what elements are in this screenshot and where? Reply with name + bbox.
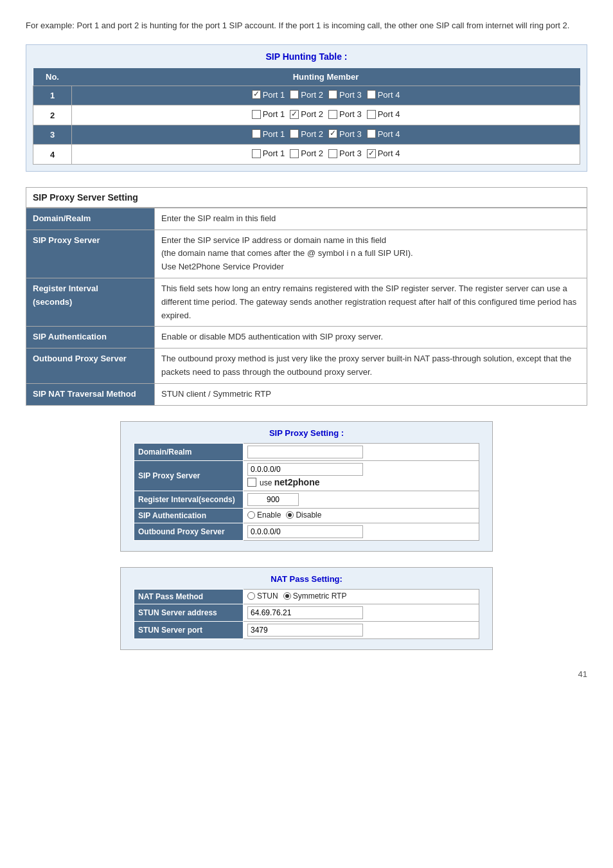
form-value: use net2phone	[244, 460, 479, 491]
form-row: Outbound Proxy Server	[134, 523, 479, 540]
table-row: Outbound Proxy ServerThe outbound proxy …	[26, 348, 587, 384]
description-value: This field sets how long an entry remain…	[155, 278, 587, 326]
table-row: SIP AuthenticationEnable or disable MD5 …	[26, 327, 587, 348]
form-row: Domain/Realm	[134, 443, 479, 460]
port-label: Port 1	[263, 109, 285, 119]
table-row: 1Port 1Port 2Port 3Port 4	[33, 86, 580, 105]
radio-circle[interactable]	[247, 592, 255, 600]
form-label: Outbound Proxy Server	[134, 523, 244, 540]
checkbox-icon[interactable]	[252, 149, 261, 158]
text-input[interactable]	[247, 606, 363, 619]
checkbox-icon[interactable]	[252, 129, 261, 138]
description-value: The outbound proxy method is just very l…	[155, 348, 587, 384]
enable-disable-radio-group: EnableDisable	[247, 511, 321, 520]
port-item[interactable]: Port 4	[367, 129, 400, 139]
radio-label: STUN	[257, 592, 278, 601]
port-label: Port 2	[301, 149, 323, 158]
radio-item-enable[interactable]: Enable	[247, 511, 281, 520]
checkbox-icon[interactable]	[367, 149, 376, 158]
port-item[interactable]: Port 1	[252, 109, 285, 119]
sip-proxy-form-title: SIP Proxy Setting :	[134, 428, 479, 438]
port-label: Port 4	[378, 149, 400, 158]
text-input[interactable]	[247, 446, 363, 458]
radio-circle[interactable]	[286, 511, 294, 519]
sip-proxy-section-header: SIP Proxy Server Setting	[26, 187, 587, 208]
port-label: Port 2	[301, 90, 323, 100]
net2phone-checkbox[interactable]	[247, 478, 256, 487]
sip-proxy-form-container: SIP Proxy Setting : Domain/RealmSIP Prox…	[120, 421, 493, 552]
radio-item-stun[interactable]: STUN	[247, 592, 278, 601]
sip-proxy-server-input[interactable]	[247, 463, 363, 476]
port-label: Port 4	[378, 109, 400, 119]
nat-form-value: STUNSymmetric RTP	[244, 589, 479, 604]
port-item[interactable]: Port 3	[328, 90, 362, 100]
checkbox-icon[interactable]	[367, 110, 376, 119]
form-row: NAT Pass MethodSTUNSymmetric RTP	[134, 589, 479, 604]
text-input[interactable]	[247, 525, 363, 538]
port-item[interactable]: Port 3	[328, 149, 362, 158]
port-item[interactable]: Port 1	[252, 129, 285, 139]
description-label: SIP Proxy Server	[26, 230, 155, 278]
nat-form-value	[244, 604, 479, 621]
checkbox-icon[interactable]	[252, 90, 261, 99]
port-label: Port 1	[263, 149, 285, 158]
table-row: 3Port 1Port 2Port 3Port 4	[33, 125, 580, 145]
checkbox-icon[interactable]	[328, 90, 337, 99]
port-item[interactable]: Port 1	[252, 90, 285, 100]
port-item[interactable]: Port 4	[367, 149, 400, 158]
text-input[interactable]	[247, 624, 363, 637]
table-row: 2Port 1Port 2Port 3Port 4	[33, 105, 580, 125]
nat-pass-form-container: NAT Pass Setting: NAT Pass MethodSTUNSym…	[120, 567, 493, 650]
col-member: Hunting Member	[72, 68, 580, 86]
port-item[interactable]: Port 2	[290, 149, 323, 158]
port-label: Port 3	[339, 109, 362, 119]
port-item[interactable]: Port 4	[367, 109, 400, 119]
radio-circle[interactable]	[283, 592, 291, 600]
port-item[interactable]: Port 3	[328, 109, 362, 119]
checkbox-icon[interactable]	[290, 110, 299, 119]
col-no: No.	[33, 68, 72, 86]
port-item[interactable]: Port 3	[328, 129, 362, 139]
form-row: STUN Server address	[134, 604, 479, 621]
port-item[interactable]: Port 2	[290, 90, 323, 100]
checkbox-icon[interactable]	[367, 129, 376, 138]
checkbox-icon[interactable]	[290, 90, 299, 99]
register-interval-input[interactable]	[247, 493, 299, 506]
radio-item-symmetric-rtp[interactable]: Symmetric RTP	[283, 592, 347, 601]
port-item[interactable]: Port 4	[367, 90, 400, 100]
checkbox-icon[interactable]	[290, 149, 299, 158]
stun-symmetric-radio-group: STUNSymmetric RTP	[247, 592, 346, 601]
radio-circle[interactable]	[247, 511, 255, 519]
port-item[interactable]: Port 2	[290, 129, 323, 139]
nat-pass-form-title: NAT Pass Setting:	[134, 574, 479, 584]
checkbox-icon[interactable]	[328, 129, 337, 138]
form-label: SIP Authentication	[134, 508, 244, 523]
row-ports: Port 1Port 2Port 3Port 4	[72, 125, 580, 145]
row-number: 4	[33, 145, 72, 165]
table-row: 4Port 1Port 2Port 3Port 4	[33, 145, 580, 165]
form-value	[244, 443, 479, 460]
checkbox-icon[interactable]	[328, 110, 337, 119]
nat-form-value	[244, 621, 479, 638]
radio-item-disable[interactable]: Disable	[286, 511, 321, 520]
form-row: Register Interval(seconds)	[134, 491, 479, 508]
page-number: 41	[26, 669, 587, 679]
port-label: Port 1	[263, 90, 285, 100]
form-label: Domain/Realm	[134, 443, 244, 460]
description-value: Enable or disable MD5 authentication wit…	[155, 327, 587, 348]
table-row: Register Interval(seconds)This field set…	[26, 278, 587, 326]
checkbox-icon[interactable]	[328, 149, 337, 158]
port-item[interactable]: Port 1	[252, 149, 285, 158]
radio-label: Enable	[257, 511, 281, 520]
checkbox-icon[interactable]	[290, 129, 299, 138]
form-value	[244, 523, 479, 540]
description-label: Outbound Proxy Server	[26, 348, 155, 384]
checkbox-icon[interactable]	[252, 110, 261, 119]
description-label: SIP Authentication	[26, 327, 155, 348]
row-number: 2	[33, 105, 72, 125]
port-item[interactable]: Port 2	[290, 109, 323, 119]
port-label: Port 3	[339, 149, 362, 158]
form-row: SIP AuthenticationEnableDisable	[134, 508, 479, 523]
form-row: STUN Server port	[134, 621, 479, 638]
checkbox-icon[interactable]	[367, 90, 376, 99]
